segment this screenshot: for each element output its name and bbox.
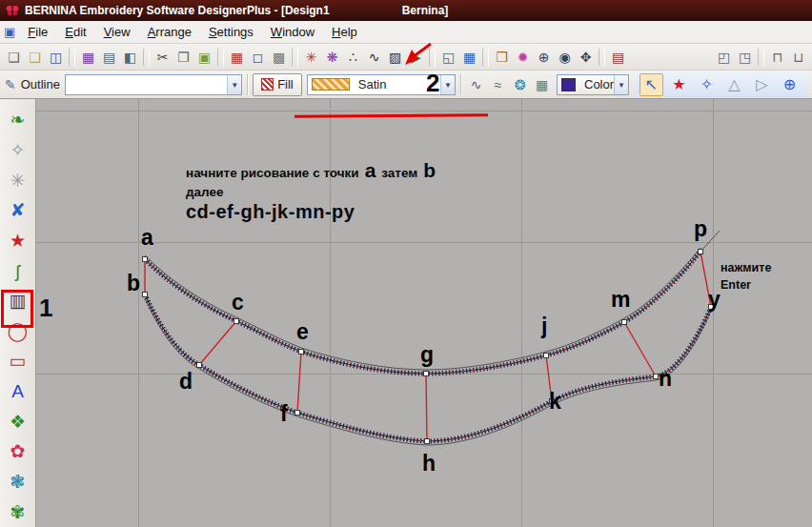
- window-title-suffix: Bernina]: [402, 4, 449, 17]
- satin-view-icon[interactable]: ▨: [385, 47, 405, 68]
- tool-glyph: ▥: [10, 292, 27, 310]
- separator: [217, 48, 224, 67]
- unlock-icon[interactable]: ⊔: [788, 47, 808, 68]
- icon-glyph: ▦: [463, 51, 476, 64]
- lettering-tool[interactable]: A: [4, 376, 32, 407]
- icon-glyph: ❋: [327, 51, 338, 64]
- reshape-fill-icon[interactable]: ∿: [466, 74, 486, 95]
- print-preview-icon[interactable]: ◧: [120, 47, 140, 68]
- cut-icon[interactable]: ✂: [152, 47, 173, 68]
- connectors-icon[interactable]: ∿: [364, 47, 384, 68]
- icon-glyph: ◱: [442, 51, 455, 64]
- zoom-tool[interactable]: ⊕: [778, 73, 802, 96]
- app-butterfly-icon: [6, 5, 19, 17]
- separator: [482, 48, 489, 67]
- border-right-icon[interactable]: ◳: [735, 47, 755, 68]
- icon-glyph: ◳: [739, 51, 751, 64]
- tool-glyph: ✿: [10, 442, 26, 460]
- rectangle-tool[interactable]: ▭: [4, 346, 32, 376]
- icon-glyph: ⊓: [772, 51, 782, 64]
- chevron-down-icon[interactable]: ▾: [440, 75, 455, 94]
- auto-digitize-tool[interactable]: ✳: [4, 165, 32, 195]
- background-icon[interactable]: ▩: [269, 47, 289, 68]
- icon-glyph: ✧: [700, 77, 713, 92]
- layout-grid-icon[interactable]: ▦: [532, 74, 552, 95]
- tool-glyph: ❧: [10, 111, 26, 129]
- new-icon[interactable]: ❏: [4, 47, 24, 68]
- mirror-tool[interactable]: △: [722, 73, 746, 96]
- fill-type-combo[interactable]: Satin ▾: [307, 74, 456, 95]
- grid-icon[interactable]: ▦: [227, 47, 247, 68]
- icon-glyph: ❐: [177, 51, 190, 64]
- menu-item[interactable]: Edit: [56, 21, 94, 43]
- icon-glyph: ◰: [718, 51, 730, 64]
- menu-item[interactable]: Arrange: [139, 21, 200, 43]
- stitch-player-tool[interactable]: ▷: [750, 73, 774, 96]
- copy-icon[interactable]: ❐: [173, 47, 193, 68]
- open-freehand-tool[interactable]: ❧: [4, 105, 32, 135]
- show-stitches-icon[interactable]: ✳: [301, 47, 321, 68]
- design-canvas[interactable]: [36, 99, 812, 527]
- menu-item[interactable]: Help: [323, 21, 366, 43]
- outline-settings-icon[interactable]: ✎: [5, 77, 16, 92]
- window-title: BERNINA Embroidery Software DesignerPlus…: [25, 4, 330, 17]
- magic-wand-tool[interactable]: ★: [667, 73, 691, 96]
- thread-colors-icon[interactable]: ✹: [513, 47, 533, 68]
- portfolio-icon[interactable]: ❒: [492, 47, 512, 68]
- outline-combo[interactable]: ▾: [65, 74, 242, 95]
- color-film-icon[interactable]: ▦: [459, 47, 479, 68]
- object-properties-icon[interactable]: ▤: [608, 47, 628, 68]
- write-to-machine-icon[interactable]: ▦: [78, 47, 98, 68]
- magic-wand-tool[interactable]: ✧: [4, 135, 32, 166]
- icon-glyph: ▦: [231, 51, 243, 64]
- open-icon[interactable]: ❑: [25, 47, 45, 68]
- stitch-points-icon[interactable]: ∴: [343, 47, 363, 68]
- icon-glyph: ↖: [645, 77, 658, 92]
- menu-item[interactable]: Settings: [200, 21, 262, 43]
- chevron-down-icon[interactable]: ▾: [227, 75, 241, 94]
- separator: [758, 48, 764, 67]
- tool-glyph: ✳: [10, 172, 26, 190]
- title-bar: BERNINA Embroidery Software DesignerPlus…: [0, 0, 812, 21]
- swirl-tool[interactable]: ❃: [4, 467, 32, 497]
- border-left-icon[interactable]: ◰: [714, 47, 734, 68]
- spiral-tool[interactable]: ✾: [4, 497, 32, 527]
- hoop-icon[interactable]: ◻: [248, 47, 268, 68]
- fill-shapes-tool[interactable]: ❖: [4, 406, 32, 436]
- artistic-view-icon[interactable]: ❋: [322, 47, 342, 68]
- menu-item[interactable]: File: [19, 21, 56, 43]
- ellipse-tool[interactable]: ◯: [4, 315, 32, 346]
- lock-icon[interactable]: ⊓: [767, 47, 787, 68]
- paste-icon[interactable]: ▣: [194, 47, 214, 68]
- freehand-line-tool[interactable]: ʃ: [4, 255, 32, 286]
- fill-button[interactable]: Fill: [253, 73, 302, 96]
- color-combo[interactable]: Color ▾: [557, 74, 629, 95]
- chevron-down-icon[interactable]: ▾: [614, 75, 628, 94]
- menu-item[interactable]: View: [95, 21, 139, 43]
- tool-glyph: ✾: [10, 503, 26, 521]
- slow-redraw-icon[interactable]: ▶: [406, 47, 426, 68]
- separator: [247, 74, 248, 95]
- overview-window-icon[interactable]: ◱: [438, 47, 458, 68]
- digitize-star-tool[interactable]: ✘: [4, 195, 32, 226]
- star-tool[interactable]: ★: [4, 226, 32, 256]
- kaleidoscope-icon[interactable]: ❂: [510, 74, 530, 95]
- print-icon[interactable]: ▤: [99, 47, 119, 68]
- fill-label: Fill: [277, 77, 294, 91]
- icon-glyph: △: [728, 77, 740, 92]
- select-object-tool[interactable]: ↖: [639, 73, 663, 96]
- zoom-in-icon[interactable]: ⊕: [534, 47, 554, 68]
- icon-glyph: ❒: [496, 51, 508, 64]
- icon-glyph: ⊕: [783, 77, 796, 92]
- tool-glyph: ❖: [10, 413, 26, 431]
- color-label: Color: [579, 77, 614, 91]
- save-icon[interactable]: ◫: [46, 47, 66, 68]
- zoom-1to1-icon[interactable]: ◉: [555, 47, 575, 68]
- pan-icon[interactable]: ✥: [576, 47, 596, 68]
- flower-tool[interactable]: ✿: [4, 436, 32, 467]
- block-digitize-tool[interactable]: ▥: [4, 286, 32, 316]
- menu-item[interactable]: Window: [262, 21, 323, 43]
- document-icon: ▣: [4, 25, 15, 39]
- select-star-tool[interactable]: ✧: [695, 73, 719, 96]
- outline-design-icon[interactable]: ≈: [488, 74, 508, 95]
